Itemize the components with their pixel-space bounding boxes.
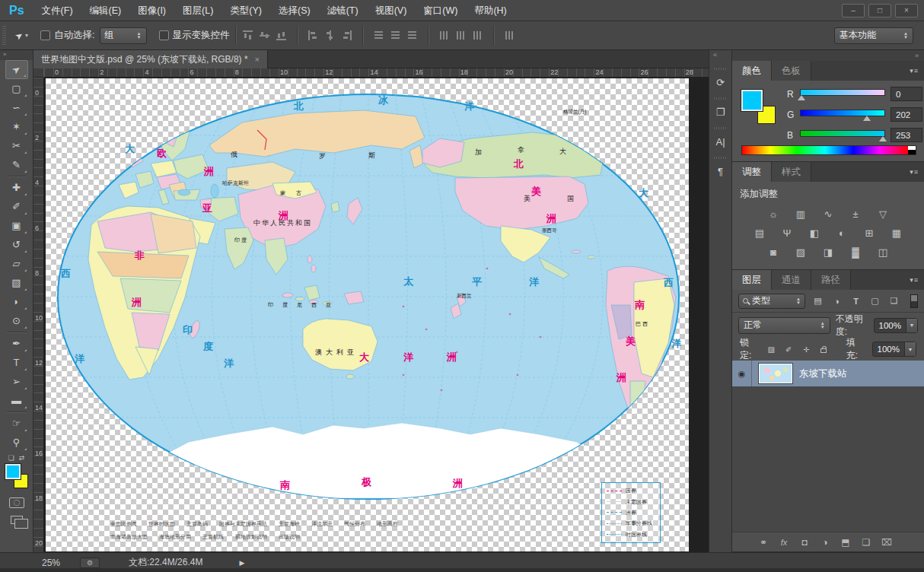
exposure-icon[interactable]: ± <box>846 206 865 222</box>
layers-tab-3[interactable]: 路径 <box>811 270 851 290</box>
color-tab-2[interactable]: 色板 <box>772 61 811 81</box>
document-tab[interactable]: 世界地图中文版.psd @ 25% (东坡下载站, RGB/8) * × <box>33 50 268 68</box>
pen-tool[interactable]: ✒ <box>5 334 28 353</box>
lock-position-icon[interactable]: ✛ <box>801 343 812 355</box>
distribute-left-edges[interactable] <box>438 29 451 42</box>
tools-panel-header[interactable]: » <box>0 50 33 60</box>
new-adjustment-layer-icon[interactable]: ◑ <box>820 537 830 548</box>
type-tool[interactable]: T <box>5 353 28 372</box>
menu-item[interactable]: 帮助(H) <box>466 0 515 21</box>
collapse-dock-icon[interactable]: « <box>709 50 731 61</box>
status-options-button[interactable]: ⚙ <box>80 558 100 568</box>
menu-item[interactable]: 视图(V) <box>367 0 416 21</box>
layer-thumbnail[interactable] <box>759 364 792 383</box>
rectangle-tool[interactable]: ▬ <box>5 391 28 410</box>
levels-icon[interactable]: ▥ <box>792 206 811 222</box>
layers-tab-1[interactable]: 图层 <box>732 270 772 290</box>
filter-type-layers-icon[interactable]: T <box>849 294 863 308</box>
color-spectrum-ramp[interactable] <box>741 145 916 155</box>
status-menu-arrow-icon[interactable]: ▶ <box>239 559 244 567</box>
menu-item[interactable]: 类型(Y) <box>221 0 270 21</box>
menu-item[interactable]: 选择(S) <box>270 0 319 21</box>
character-panel-icon[interactable]: A| <box>712 133 730 150</box>
vibrance-icon[interactable]: ▽ <box>874 206 893 222</box>
channel-mixer-icon[interactable]: ⊞ <box>860 225 879 241</box>
new-layer-icon[interactable]: ❏ <box>861 537 871 548</box>
clone-stamp-tool[interactable]: ▣ <box>5 216 28 235</box>
align-horizontal-centers[interactable] <box>323 29 336 42</box>
curves-icon[interactable]: ∿ <box>819 206 838 222</box>
maximize-button[interactable]: □ <box>868 4 891 17</box>
color-tab-1[interactable]: 颜色 <box>732 61 772 81</box>
opacity-dropdown[interactable]: 100% ▼ <box>874 318 918 333</box>
menu-item[interactable]: 图层(L) <box>174 0 221 21</box>
lock-transparent-pixels-icon[interactable]: ▨ <box>766 343 777 355</box>
zoom-level[interactable]: 25% <box>42 558 60 568</box>
align-vertical-centers[interactable] <box>258 29 271 42</box>
layers-tab-2[interactable]: 通道 <box>772 270 811 290</box>
fill-dropdown[interactable]: 100% ▼ <box>872 342 916 357</box>
slider-knob[interactable] <box>863 116 871 121</box>
new-group-icon[interactable]: ⬒ <box>840 537 851 548</box>
g-value-field[interactable]: 202 <box>891 107 922 122</box>
eyedropper-tool[interactable]: ✎ <box>5 155 28 174</box>
slider-knob[interactable] <box>798 95 805 100</box>
menu-item[interactable]: 滤镜(T) <box>319 0 367 21</box>
horizontal-ruler[interactable]: 0246810121416182022242628 <box>44 68 709 78</box>
default-colors-icon[interactable]: ❏ <box>8 454 14 462</box>
add-layer-mask-icon[interactable]: ◘ <box>799 537 810 548</box>
align-right-edges[interactable] <box>340 29 353 42</box>
close-button[interactable]: × <box>895 4 918 17</box>
color-balance-icon[interactable]: Ψ <box>778 225 797 241</box>
vertical-ruler[interactable]: 02468101214161820 <box>33 78 44 552</box>
quick-mask-icon[interactable] <box>9 497 24 508</box>
posterize-icon[interactable]: ▨ <box>792 244 811 260</box>
color-lookup-icon[interactable]: ▦ <box>887 225 906 241</box>
lock-image-pixels-icon[interactable]: ✐ <box>783 343 795 355</box>
distribute-vertical-centers[interactable] <box>389 29 402 42</box>
adjustments-tab-2[interactable]: 样式 <box>772 162 811 182</box>
blend-mode-dropdown[interactable]: 正常 ▲▼ <box>738 317 830 334</box>
foreground-color-swatch[interactable] <box>741 90 763 111</box>
dodge-tool[interactable]: ⊙ <box>5 311 28 330</box>
quick-selection-tool[interactable]: ✶ <box>5 117 28 136</box>
panel-menu-icon[interactable]: ▾≡ <box>910 67 919 75</box>
link-layers-icon[interactable]: ⚭ <box>758 537 769 548</box>
menu-item[interactable]: 编辑(E) <box>81 0 130 21</box>
menu-item[interactable]: 窗口(W) <box>415 0 466 21</box>
panel-menu-icon[interactable]: ▾≡ <box>910 168 919 176</box>
slider-knob[interactable] <box>879 136 887 141</box>
crop-tool[interactable]: ✂ <box>5 136 28 155</box>
threshold-icon[interactable]: ◨ <box>819 244 838 260</box>
align-top-edges[interactable] <box>241 29 254 42</box>
filter-shape-layers-icon[interactable]: ▢ <box>868 294 882 308</box>
layer-style-icon[interactable]: fx <box>779 538 789 547</box>
r-slider[interactable] <box>800 89 885 96</box>
foreground-color-swatch[interactable] <box>5 464 21 479</box>
hand-tool[interactable]: ☞ <box>5 414 28 433</box>
close-tab-icon[interactable]: × <box>255 55 260 64</box>
history-panel-icon[interactable]: ⟳ <box>712 74 730 91</box>
brightness-contrast-icon[interactable]: ☼ <box>764 206 783 222</box>
history-brush-tool[interactable]: ↺ <box>5 235 28 254</box>
auto-align-layers[interactable] <box>503 29 516 42</box>
paragraph-panel-icon[interactable]: ¶ <box>712 163 730 180</box>
zoom-tool[interactable]: ⚲ <box>5 433 28 452</box>
menu-item[interactable]: 文件(F) <box>33 0 81 21</box>
auto-select-checkbox[interactable] <box>40 30 50 40</box>
invert-icon[interactable]: ◙ <box>764 244 783 260</box>
hue-saturation-icon[interactable]: ▤ <box>750 225 769 241</box>
photo-filter-icon[interactable]: ◐ <box>833 225 852 241</box>
tool-preset-button[interactable]: ➤ ▾ <box>11 29 33 43</box>
gradient-map-icon[interactable]: ▓ <box>846 244 865 260</box>
layer-visibility-icon[interactable]: ◉ <box>732 361 752 386</box>
distribute-top-edges[interactable] <box>372 29 385 42</box>
swap-colors-icon[interactable]: ⇄ <box>19 454 25 462</box>
show-transform-checkbox[interactable] <box>159 30 169 40</box>
layer-filter-dropdown[interactable]: 类型 ▲▼ <box>738 294 805 309</box>
adjustments-tab-1[interactable]: 调整 <box>732 162 772 182</box>
document-canvas[interactable]: 北冰洋大西洋太平洋印度洋大西洋欧洲亚洲非洲北美洲南美洲大洋洲南极洲俄罗斯中华人民… <box>46 78 689 551</box>
distribute-right-edges[interactable] <box>471 29 484 42</box>
eraser-tool[interactable]: ▱ <box>5 254 28 273</box>
b-value-field[interactable]: 253 <box>891 128 922 142</box>
